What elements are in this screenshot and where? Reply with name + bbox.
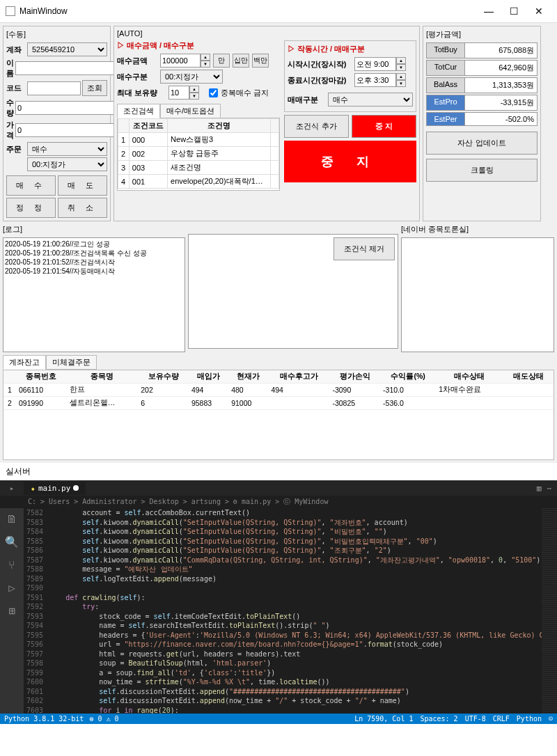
tab-balance[interactable]: 계좌잔고 [3,355,46,370]
crawl-button[interactable]: 크롤링 [426,159,538,182]
sell-button[interactable]: 매 도 [58,175,107,196]
eval-group: [평가금액] TotBuy675,088원TotCur642,960원BalAs… [423,26,541,221]
files-icon[interactable]: 🗎 [6,512,17,526]
hold-row[interactable]: 1066110한프202494480494-3090-310.01차매수완료 [3,384,554,397]
cancel-button[interactable]: 취 소 [58,198,107,218]
lookup-button[interactable]: 조회 [82,80,107,96]
stop-button-1[interactable]: 중 지 [352,115,416,138]
cond-row[interactable]: 4001envelope(20,20)대폭락/1… [118,175,279,189]
holdings-table[interactable]: 종목번호종목명보유수량매입가현재가매수후고가평가손익수익률(%)매수상태매도상태… [3,370,554,460]
maxhold-input[interactable] [168,86,189,100]
unit-100k[interactable]: 십만 [233,54,249,68]
holdings-panel: 계좌잔고 미체결주문 종목번호종목명보유수량매입가현재가매수후고가평가손익수익률… [3,355,554,460]
qty-input[interactable] [15,101,116,115]
ext-icon[interactable]: ⊞ [8,604,15,617]
git-icon[interactable]: ⑂ [8,558,15,572]
correct-button[interactable]: 정 정 [6,198,56,218]
split-icon[interactable]: ▥ [537,484,542,493]
condition-table[interactable]: 조건코드조건명 1000New스캘핑32002우상향 급등주3003새조건명40… [117,118,280,191]
center-panel: 조건식 제거 [188,224,398,352]
eval-title: [평가금액] [426,29,538,40]
explorer-icon[interactable]: ▸ [0,484,24,493]
manual-title: [수동] [6,29,107,40]
ordtype-select[interactable]: 00:지정가 [27,157,107,171]
status-bar[interactable]: Python 3.8.1 32-bit ⊗ 0 ⚠ 0 Ln 7590, Col… [0,714,557,724]
unit-10k[interactable]: 만 [213,54,230,68]
buytype-select[interactable]: 00:지정가 [160,70,223,84]
cond-row[interactable]: 1000New스캘핑3 [118,133,279,147]
hold-row[interactable]: 2091990셀트리온헬…69588391000-30825-536.0 [3,397,554,410]
maximize-button[interactable]: ☐ [501,3,526,19]
debug-icon[interactable]: ▷ [8,581,15,594]
price-input[interactable] [15,123,116,137]
log-panel: [로그] 2020-05-19 21:00:26//로그인 성공2020-05-… [3,224,185,352]
code-area[interactable]: account = self.accComboBox.currentText()… [49,508,542,714]
dup-checkbox[interactable] [209,88,218,97]
vscode-editor: ▸ ⬥main.py ▥ ⋯ C: > Users > Administrato… [0,480,557,724]
tab-condition[interactable]: 조건검색 [117,104,160,118]
minimap[interactable] [542,508,557,714]
buy-button[interactable]: 매 수 [6,175,56,196]
naver-box[interactable] [401,237,554,352]
end-time[interactable] [354,73,396,87]
auto-group: [AUTO] ▷ 매수금액 / 매수구분 매수금액 ▲▼ 만 십만 백만 매수구… [113,26,420,221]
naver-panel: [네이버 종목토론실] [401,224,554,352]
close-button[interactable]: ✕ [526,3,551,19]
code-input[interactable] [27,81,81,95]
editor-tab[interactable]: ⬥main.py [24,482,86,495]
cond-row[interactable]: 2002우상향 급등주 [118,147,279,161]
window-title: MainWindow [19,6,476,16]
trade-select[interactable]: 매수 [328,93,413,107]
tab-pending[interactable]: 미체결주문 [46,355,97,370]
stop-button-big[interactable]: 중 지 [284,141,416,182]
manual-group: [수동] 계좌 5256459210 이름 코드 조회 수량 ▲▼ 가격 ▲▼ … [3,26,111,221]
amount-input[interactable] [160,54,201,68]
add-condition-button[interactable]: 조건식 추가 [284,115,349,138]
auto-title: [AUTO] [117,29,416,38]
server-label: 실서버 [0,463,557,480]
minimize-button[interactable]: — [476,3,501,19]
breadcrumb[interactable]: C: > Users > Administrator > Desktop > a… [0,496,557,508]
tab-options[interactable]: 매수/매도옵션 [160,104,221,118]
app-icon [6,6,15,16]
name-input[interactable] [15,61,116,75]
search-icon[interactable]: 🔍 [5,535,19,549]
asset-update-button[interactable]: 자산 업데이트 [426,132,538,155]
more-icon[interactable]: ⋯ [547,484,551,493]
order-select[interactable]: 매수 [27,142,107,156]
cond-row[interactable]: 3003새조건명 [118,161,279,175]
log-box[interactable]: 2020-05-19 21:00:26//로그인 성공2020-05-19 21… [3,237,185,352]
unit-1m[interactable]: 백만 [252,54,269,68]
account-select[interactable]: 5256459210 [27,42,107,56]
start-time[interactable] [354,57,396,71]
remove-condition-button[interactable]: 조건식 제거 [334,237,395,260]
